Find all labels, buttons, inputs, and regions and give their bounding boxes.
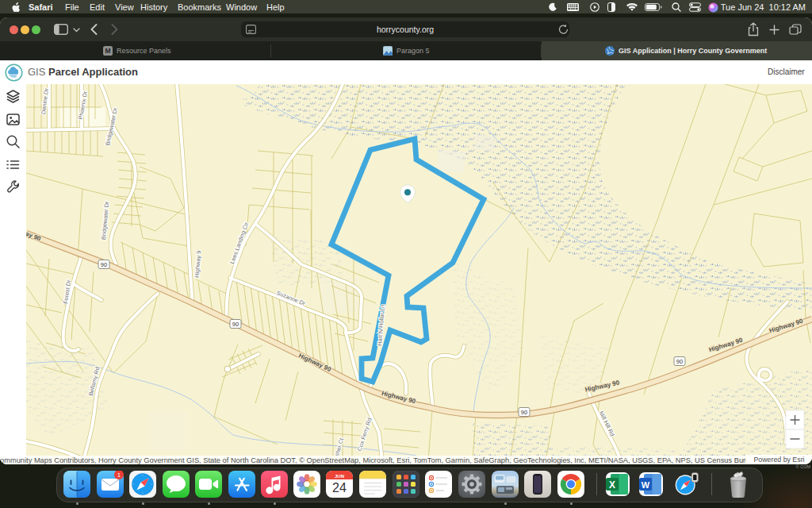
svg-text:90: 90 (676, 358, 683, 365)
svg-text:1: 1 (117, 471, 121, 479)
svg-text:90: 90 (101, 261, 107, 268)
svg-text:W: W (642, 480, 650, 490)
svg-text:X: X (609, 479, 615, 491)
svg-text:90: 90 (521, 409, 527, 416)
svg-text:M: M (105, 47, 110, 55)
svg-text:24: 24 (332, 481, 347, 495)
svg-text:JUN: JUN (335, 474, 344, 479)
svg-text:90: 90 (232, 321, 239, 328)
